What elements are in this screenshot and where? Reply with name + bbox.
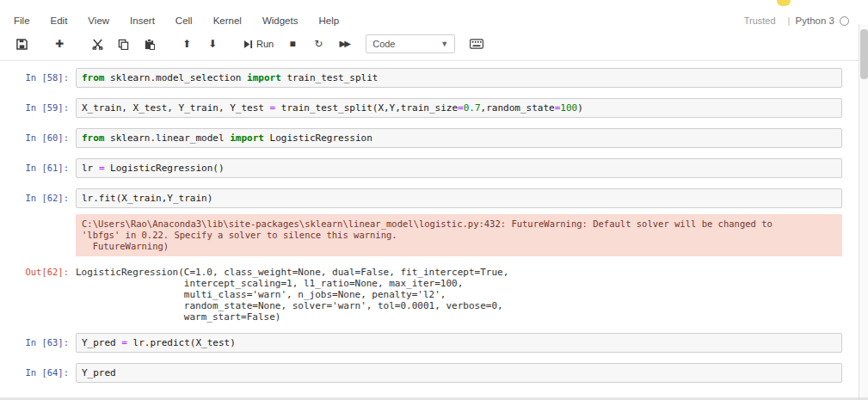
add-cell-icon: ✚	[55, 39, 64, 49]
cell-input-row: In [64]:Y_pred	[0, 363, 842, 383]
input-prompt: In [62]:	[0, 188, 76, 203]
code-input[interactable]: lr.fit(X_train,Y_train)	[76, 188, 842, 208]
code-input[interactable]: lr = LogisticRegression()	[76, 158, 842, 178]
move-cell-down-button[interactable]: ⬇	[201, 34, 224, 53]
code-input[interactable]: X_train, X_test, Y_train, Y_test = train…	[76, 98, 842, 118]
input-prompt: In [60]:	[0, 128, 76, 143]
input-prompt: In [63]:	[0, 333, 76, 348]
input-prompt: In [61]:	[0, 158, 76, 173]
menu-edit[interactable]: Edit	[40, 14, 78, 28]
menu-file[interactable]: File	[10, 14, 40, 28]
code-input[interactable]: from sklearn.model_selection import trai…	[76, 68, 842, 88]
warning-text: C:\Users\Rao\Anaconda3\lib\site-packages…	[82, 218, 836, 252]
code-cell[interactable]: In [58]:from sklearn.model_selection imp…	[0, 68, 842, 88]
execute-result: LogisticRegression(C=1.0, class_weight=N…	[76, 262, 842, 323]
code-input[interactable]: from sklearn.linear_model import Logisti…	[76, 128, 842, 148]
save-button[interactable]	[10, 34, 33, 53]
cell-input-row: In [61]:lr = LogisticRegression()	[0, 158, 842, 178]
code-line: X_train, X_test, Y_train, Y_test = train…	[82, 102, 836, 114]
cell-input-row: In [62]:lr.fit(X_train,Y_train)	[0, 188, 842, 208]
stderr-output-row: C:\Users\Rao\Anaconda3\lib\site-packages…	[0, 214, 842, 256]
toolbar: ✚ ⬆ ⬇ Run ■ ↻ ▶▶ Code ▼	[0, 31, 868, 61]
input-prompt: In [58]:	[0, 68, 76, 83]
cell-type-dropdown[interactable]: Code ▼	[366, 34, 455, 53]
command-palette-button[interactable]	[465, 34, 488, 53]
menu-kernel[interactable]: Kernel	[203, 14, 252, 28]
code-cell[interactable]: In [60]:from sklearn.linear_model import…	[0, 128, 842, 148]
code-line: from sklearn.model_selection import trai…	[82, 72, 836, 83]
code-cell[interactable]: In [62]:lr.fit(X_train,Y_train)C:\Users\…	[0, 188, 842, 323]
menu-bar: File Edit View Insert Cell Kernel Widget…	[0, 0, 868, 31]
notebook-area: In [58]:from sklearn.model_selection imp…	[0, 61, 868, 383]
copy-cell-button[interactable]	[112, 34, 134, 53]
chevron-down-icon: ▼	[440, 40, 448, 48]
cell-input-row: In [63]:Y_pred = lr.predict(X_test)	[0, 333, 842, 353]
menu-insert[interactable]: Insert	[120, 14, 165, 28]
code-line: lr = LogisticRegression()	[82, 163, 836, 174]
code-line: lr.fit(X_train,Y_train)	[82, 193, 836, 204]
paste-cell-button[interactable]	[138, 34, 160, 53]
input-prompt: In [64]:	[0, 363, 76, 378]
cut-icon	[92, 39, 103, 50]
run-button-label: Run	[256, 39, 274, 49]
cut-cell-button[interactable]	[86, 34, 108, 53]
menu-help[interactable]: Help	[308, 14, 349, 28]
copy-icon	[118, 39, 129, 50]
cell-input-row: In [60]:from sklearn.linear_model import…	[0, 128, 842, 148]
restart-icon: ↻	[314, 39, 323, 49]
stop-icon: ■	[290, 39, 296, 49]
kernel-indicator: | Python 3	[788, 15, 849, 26]
input-prompt: In [59]:	[0, 98, 76, 113]
menu-widgets[interactable]: Widgets	[252, 14, 309, 28]
cell-input-row: In [59]:X_train, X_test, Y_train, Y_test…	[0, 98, 842, 118]
code-cell[interactable]: In [64]:Y_pred	[0, 363, 842, 383]
code-cell[interactable]: In [63]:Y_pred = lr.predict(X_test)	[0, 333, 842, 353]
kernel-separator: |	[788, 15, 791, 26]
code-line: Y_pred = lr.predict(X_test)	[82, 337, 836, 348]
move-down-icon: ⬇	[208, 39, 217, 49]
scrollbar-thumb[interactable]	[860, 29, 868, 79]
move-cell-up-button[interactable]: ⬆	[175, 34, 198, 53]
kernel-status-icon	[840, 16, 849, 26]
cell-input-row: In [58]:from sklearn.model_selection imp…	[0, 68, 842, 88]
save-icon	[16, 39, 28, 50]
output-prompt-spacer	[0, 214, 76, 218]
add-cell-button[interactable]: ✚	[48, 34, 71, 53]
stop-button[interactable]: ■	[281, 34, 304, 53]
warning-output: C:\Users\Rao\Anaconda3\lib\site-packages…	[76, 214, 842, 256]
code-input[interactable]: Y_pred	[76, 363, 842, 383]
code-line: from sklearn.linear_model import Logisti…	[82, 132, 836, 144]
execute-result-row: Out[62]:LogisticRegression(C=1.0, class_…	[0, 262, 842, 323]
fast-forward-icon: ▶▶	[339, 40, 348, 48]
menu-cell[interactable]: Cell	[165, 14, 203, 28]
restart-run-all-button[interactable]: ▶▶	[333, 34, 355, 53]
restart-kernel-button[interactable]: ↻	[307, 34, 329, 53]
trusted-badge: Trusted	[744, 15, 776, 26]
run-button[interactable]: Run	[239, 34, 278, 53]
code-cell[interactable]: In [59]:X_train, X_test, Y_train, Y_test…	[0, 98, 842, 118]
kernel-name: Python 3	[796, 15, 834, 26]
run-icon	[243, 40, 253, 49]
move-up-icon: ⬆	[182, 39, 191, 49]
output-prompt: Out[62]:	[0, 262, 76, 277]
cell-type-value: Code	[372, 39, 395, 49]
execute-result-text: LogisticRegression(C=1.0, class_weight=N…	[76, 267, 842, 323]
code-cell[interactable]: In [61]:lr = LogisticRegression()	[0, 158, 842, 178]
command-palette-icon	[470, 39, 483, 49]
paste-icon	[144, 39, 155, 50]
code-input[interactable]: Y_pred = lr.predict(X_test)	[76, 333, 842, 353]
menu-view[interactable]: View	[77, 14, 120, 28]
vertical-scrollbar[interactable]	[859, 24, 868, 400]
code-line: Y_pred	[82, 367, 836, 378]
